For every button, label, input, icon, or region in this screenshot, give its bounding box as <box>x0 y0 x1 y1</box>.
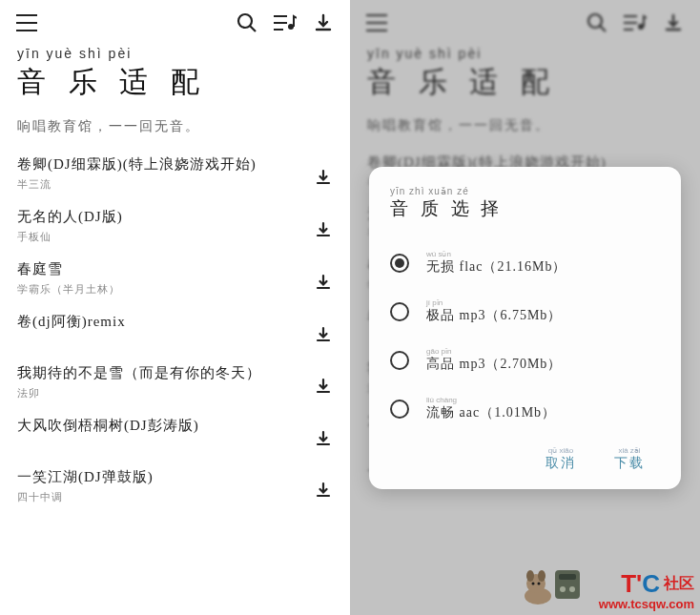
watermark-url: www.tcsqw.com <box>599 597 694 611</box>
svg-point-13 <box>569 586 575 592</box>
search-icon[interactable] <box>234 10 260 36</box>
song-title: 我期待的不是雪（而是有你的冬天） <box>17 364 310 382</box>
song-title: 卷卿(DJ细霖版)(特上浪娆游戏开始) <box>17 155 310 174</box>
song-title: 无名的人(DJ版) <box>17 208 310 226</box>
watermark-c: C <box>642 569 660 599</box>
song-row[interactable]: 卷卿(DJ细霖版)(特上浪娆游戏开始) 半三流 <box>0 143 350 195</box>
download-icon[interactable] <box>660 10 687 36</box>
song-artist: 手板仙 <box>17 230 310 244</box>
download-song-button[interactable] <box>310 373 337 400</box>
song-artist: 半三流 <box>17 177 310 192</box>
menu-icon[interactable] <box>13 10 40 36</box>
quality-option-mp3-mid[interactable]: gāo pǐn 高品 mp3（2.70Mb） <box>390 336 660 384</box>
option-label: 流畅 aac（1.01Mb） <box>426 404 660 421</box>
watermark-t: T <box>621 569 636 599</box>
dialog-title: 音 质 选 择 <box>390 196 660 221</box>
dialog-title-pinyin: yīn zhì xuǎn zé <box>390 186 660 196</box>
song-row[interactable]: 大风吹倒梧桐树(DJ彭涛版) <box>0 404 350 456</box>
playlist-icon[interactable] <box>622 10 649 36</box>
watermark: T'C 社区 www.tcsqw.com <box>599 569 694 611</box>
cancel-button[interactable]: qǔ xiāo 取消 <box>546 446 576 472</box>
quality-option-mp3-high[interactable]: jí pǐn 极品 mp3（6.75Mb） <box>390 287 660 336</box>
song-artist: 学霸乐（半月土林） <box>17 282 310 297</box>
download-song-button[interactable] <box>310 321 337 348</box>
radio-icon <box>390 302 409 321</box>
top-bar <box>0 0 350 42</box>
option-label: 高品 mp3（2.70Mb） <box>426 356 660 373</box>
song-title: 春庭雪 <box>17 260 310 278</box>
song-row[interactable]: 无名的人(DJ版) 手板仙 <box>0 195 350 248</box>
radio-icon <box>390 351 409 370</box>
watermark-suffix: 社区 <box>664 574 694 594</box>
download-icon[interactable] <box>310 10 337 36</box>
quality-dialog: yīn zhì xuǎn zé 音 质 选 择 wú sǔn 无损 flac（2… <box>369 167 681 489</box>
option-label: 极品 mp3（6.75Mb） <box>426 307 660 324</box>
radio-icon <box>390 254 409 273</box>
confirm-button[interactable]: xià zǎi 下载 <box>614 446 645 472</box>
screen-music-list: yīn yuè shì pèi 音 乐 适 配 响唱教育馆，一一回无音。 卷卿(… <box>0 0 350 615</box>
song-row[interactable]: 卷(dj阿衡)remix <box>0 300 350 352</box>
svg-point-8 <box>532 583 535 585</box>
song-artist: 四十中调 <box>17 490 310 504</box>
song-artist: 法卯 <box>17 386 310 400</box>
song-list: 卷卿(DJ细霖版)(特上浪娆游戏开始) 半三流 无名的人(DJ版) 手板仙 春庭… <box>0 143 350 508</box>
option-label: 无损 flac（21.16Mb） <box>426 258 660 276</box>
svg-point-6 <box>526 570 534 582</box>
top-bar <box>350 0 700 42</box>
app-title: 音 乐 适 配 <box>17 63 333 102</box>
download-song-button[interactable] <box>310 269 337 296</box>
song-row[interactable]: 我期待的不是雪（而是有你的冬天） 法卯 <box>0 352 350 404</box>
search-icon[interactable] <box>584 10 610 36</box>
song-title: 一笑江湖(DJ弹鼓版) <box>17 468 310 486</box>
quality-option-aac[interactable]: liú chàng 流畅 aac（1.01Mb） <box>390 384 660 433</box>
playlist-icon[interactable] <box>272 10 299 36</box>
subtitle-text: 响唱教育馆，一一回无音。 <box>17 118 333 135</box>
mascot-icon <box>519 563 586 605</box>
app-title-block: yīn yuè shì pèi 音 乐 适 配 <box>350 42 700 104</box>
song-row[interactable]: 春庭雪 学霸乐（半月土林） <box>0 248 350 300</box>
app-title-block: yīn yuè shì pèi 音 乐 适 配 <box>0 42 350 104</box>
svg-point-7 <box>538 570 546 582</box>
download-song-button[interactable] <box>310 216 337 243</box>
menu-icon[interactable] <box>363 10 390 36</box>
app-title-pinyin: yīn yuè shì pèi <box>17 46 333 61</box>
radio-icon <box>390 400 409 419</box>
song-row[interactable]: 一笑江湖(DJ弹鼓版) 四十中调 <box>0 456 350 508</box>
quality-option-flac[interactable]: wú sǔn 无损 flac（21.16Mb） <box>390 238 660 287</box>
svg-rect-11 <box>559 574 576 580</box>
svg-point-2 <box>588 14 602 28</box>
subtitle-block: 响唱教育馆，一一回无音。 <box>0 104 350 143</box>
svg-point-9 <box>538 583 541 585</box>
download-song-button[interactable] <box>310 164 337 191</box>
screen-quality-dialog: yīn yuè shì pèi 音 乐 适 配 响唱教育馆，一一回无音。 卷卿(… <box>350 0 700 615</box>
song-title: 卷(dj阿衡)remix <box>17 313 310 331</box>
svg-point-12 <box>560 586 566 592</box>
download-song-button[interactable] <box>310 425 337 452</box>
download-song-button[interactable] <box>310 477 337 503</box>
svg-point-0 <box>238 14 252 28</box>
song-title: 大风吹倒梧桐树(DJ彭涛版) <box>17 417 310 435</box>
